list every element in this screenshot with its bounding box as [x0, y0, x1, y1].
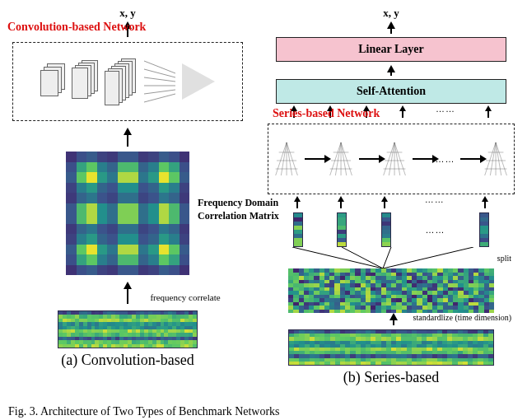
vline	[393, 319, 394, 325]
tree-antenna-icon	[483, 133, 509, 185]
vline	[390, 72, 392, 76]
series-net-block: Series-based Network	[268, 120, 515, 194]
cnn-stack-icon	[70, 60, 100, 103]
cnn-stack-icon	[40, 63, 65, 100]
linear-layer-block: Linear Layer	[276, 37, 506, 62]
svg-line-25	[394, 142, 400, 175]
conv-net-block: Convolution-based Network	[12, 37, 243, 121]
chip-column	[293, 212, 303, 247]
svg-line-14	[329, 142, 340, 175]
conv-dashbox	[12, 42, 243, 121]
svg-line-7	[287, 142, 297, 175]
split-fan-block: split	[268, 247, 515, 268]
raw-signal-image-b	[288, 329, 494, 366]
series-net-label: Series-based Network	[273, 107, 380, 120]
arrow-up-icon	[485, 105, 492, 111]
svg-line-33	[496, 142, 501, 175]
svg-line-2	[144, 77, 175, 82]
panel-a: x, y Convolution-based Network	[0, 0, 255, 387]
arrow-up-icon	[387, 65, 395, 72]
ellipsis: ……	[436, 104, 455, 119]
output-label-a: x, y	[119, 7, 136, 20]
series-dashbox: ……	[268, 124, 515, 194]
fan-lines-icon	[268, 247, 498, 268]
svg-line-15	[341, 142, 352, 175]
self-attention-label: Self-Attention	[357, 85, 426, 98]
arrow-up-icon	[294, 196, 301, 202]
arrow-up-icon	[381, 196, 388, 202]
svg-line-8	[281, 142, 287, 175]
cnn-output-icon	[182, 63, 215, 100]
svg-line-16	[335, 142, 341, 175]
chip-column	[381, 212, 391, 247]
linear-layer-label: Linear Layer	[358, 43, 423, 56]
conv-net-label: Convolution-based Network	[7, 21, 146, 34]
panel-a-sublabel: (a) Convolution-based	[61, 352, 194, 369]
svg-line-9	[287, 142, 292, 175]
chip-column	[337, 212, 347, 247]
arrow-right-icon	[413, 155, 430, 163]
svg-line-4	[144, 90, 175, 94]
svg-line-23	[394, 142, 405, 175]
ellipsis: ……	[426, 225, 445, 235]
svg-line-39	[342, 247, 383, 268]
arrow-right-icon	[305, 155, 322, 163]
tree-row: ……	[268, 124, 514, 194]
svg-line-1	[144, 69, 175, 77]
svg-line-22	[384, 142, 394, 175]
svg-line-24	[389, 142, 394, 175]
tree-antenna-icon	[273, 133, 300, 185]
arrow-up-icon	[338, 196, 344, 202]
std-row: standardlize (time dimension)	[268, 313, 515, 324]
arrow-up-icon	[399, 105, 406, 111]
svg-line-30	[485, 142, 496, 175]
correlation-matrix-image	[66, 152, 189, 275]
svg-line-5	[144, 94, 175, 102]
cnn-stack-icon	[105, 58, 138, 105]
output-label-b: x, y	[383, 7, 399, 20]
panel-b-sublabel: (b) Series-based	[343, 369, 439, 386]
self-attention-block: Self-Attention	[276, 79, 506, 104]
figure-container: x, y Convolution-based Network	[0, 0, 527, 387]
standardized-signal-image	[288, 268, 494, 313]
std-label: standardlize (time dimension)	[413, 313, 511, 322]
vline	[390, 29, 392, 34]
arrow-right-icon	[359, 155, 376, 163]
svg-line-40	[383, 247, 391, 268]
svg-line-6	[276, 142, 287, 175]
chip-column	[479, 212, 489, 247]
raw-signal-image-a	[58, 310, 198, 348]
svg-line-38	[292, 247, 383, 268]
cnn-flatten-icon	[142, 57, 177, 106]
figure-caption: Fig. 3. Architecture of Two Types of Ben…	[8, 405, 280, 418]
ellipsis: ……	[425, 194, 445, 209]
arrow-right-icon	[460, 155, 478, 163]
freq-correlate-label: frequency correlate	[150, 292, 220, 302]
svg-line-17	[341, 142, 347, 175]
svg-line-0	[144, 61, 175, 73]
arrow-up-icon	[124, 282, 132, 289]
arrow-up-icon	[482, 196, 488, 202]
arrow-up-icon	[387, 21, 395, 29]
cnn-layers-icon	[40, 57, 215, 106]
chips-row: ……	[276, 212, 506, 247]
vline	[127, 289, 128, 304]
corr-matrix-block: Frequency Domain Correlation Matrix	[66, 147, 189, 275]
svg-line-32	[490, 142, 496, 175]
vline	[127, 135, 128, 147]
panel-b: x, y Linear Layer Self-Attention …… Seri…	[255, 0, 527, 387]
svg-line-41	[383, 247, 473, 268]
tree-antenna-icon	[328, 133, 354, 185]
arrow-up-icon	[124, 128, 132, 135]
split-label: split	[497, 254, 511, 263]
svg-line-31	[496, 142, 506, 175]
multi-arrows-up: ……	[276, 196, 506, 209]
tree-antenna-icon	[381, 133, 408, 185]
